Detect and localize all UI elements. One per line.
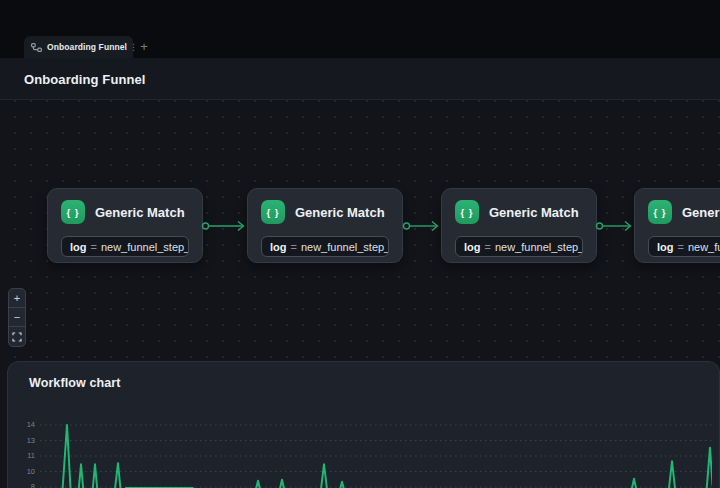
tab-onboarding-funnel[interactable]: Onboarding Funnel ⋮ — [24, 36, 133, 58]
page-title: Onboarding Funnel — [24, 71, 146, 86]
node-generic-match-2[interactable]: { } Generic Match log=new_funnel_step_2 — [247, 188, 403, 263]
braces-icon: { } — [61, 200, 85, 224]
node-condition-pill: log=new_funnel_step_3 — [455, 236, 583, 257]
node-title: Generic Match — [489, 205, 579, 220]
y-axis-tick-label: 11 — [8, 451, 35, 461]
pill-value: new_funnel_step_1 — [101, 241, 189, 253]
workflow-icon — [31, 43, 42, 52]
node-condition-pill: log=new_funnel_step_1 — [61, 236, 189, 257]
zoom-in-button[interactable]: + — [9, 289, 25, 308]
y-axis-tick-label: 10 — [8, 467, 35, 477]
fit-view-icon — [12, 332, 22, 342]
braces-icon: { } — [455, 200, 479, 224]
y-axis-tick-label: 13 — [8, 436, 35, 446]
pill-value: new_funnel_step_3 — [495, 241, 583, 253]
pill-value: new_funnel_step_2 — [301, 241, 389, 253]
edge-source-handle[interactable] — [597, 223, 603, 229]
edge-connector-2[interactable] — [402, 220, 441, 232]
tab-bar: Onboarding Funnel ⋮ + — [0, 36, 720, 58]
pill-value: new_funnel_step_4 — [688, 241, 720, 253]
node-header: { } Generic Match — [648, 200, 720, 224]
page-header: Onboarding Funnel — [0, 58, 720, 100]
node-condition-pill: log=new_funnel_step_2 — [261, 236, 389, 257]
edge-source-handle[interactable] — [203, 223, 209, 229]
workflow-chart — [40, 419, 712, 488]
node-generic-match-3[interactable]: { } Generic Match log=new_funnel_step_3 — [441, 188, 597, 263]
node-title: Generic Match — [682, 205, 720, 220]
window-top-bar — [0, 0, 720, 36]
chart-area: Workflow chart 141311108 — [8, 362, 719, 488]
canvas-zoom-controls: + − — [8, 288, 26, 347]
node-header: { } Generic Match — [455, 200, 583, 224]
y-axis-tick-label: 8 — [8, 482, 35, 488]
node-generic-match-4[interactable]: { } Generic Match log=new_funnel_step_4 — [634, 188, 720, 263]
edge-connector-1[interactable] — [201, 220, 247, 232]
node-title: Generic Match — [295, 205, 385, 220]
node-title: Generic Match — [95, 205, 185, 220]
pill-operator: = — [485, 241, 491, 253]
fit-view-button[interactable] — [9, 327, 25, 346]
pill-field: log — [70, 241, 87, 253]
tab-label: Onboarding Funnel — [47, 42, 127, 52]
pill-operator: = — [678, 241, 684, 253]
workflow-chart-panel: Workflow chart 141311108 — [7, 361, 720, 488]
node-condition-pill: log=new_funnel_step_4 — [648, 236, 720, 257]
pill-operator: = — [291, 241, 297, 253]
zoom-out-button[interactable]: − — [9, 308, 25, 327]
braces-icon: { } — [648, 200, 672, 224]
node-header: { } Generic Match — [261, 200, 389, 224]
pill-field: log — [657, 241, 674, 253]
node-header: { } Generic Match — [61, 200, 189, 224]
pill-field: log — [270, 241, 287, 253]
pill-operator: = — [91, 241, 97, 253]
pill-field: log — [464, 241, 481, 253]
braces-icon: { } — [261, 200, 285, 224]
edge-source-handle[interactable] — [404, 223, 410, 229]
new-tab-button[interactable]: + — [136, 39, 152, 55]
chart-title: Workflow chart — [29, 376, 120, 390]
edge-connector-3[interactable] — [595, 220, 634, 232]
node-generic-match-1[interactable]: { } Generic Match log=new_funnel_step_1 — [47, 188, 203, 263]
y-axis-tick-label: 14 — [8, 420, 35, 430]
